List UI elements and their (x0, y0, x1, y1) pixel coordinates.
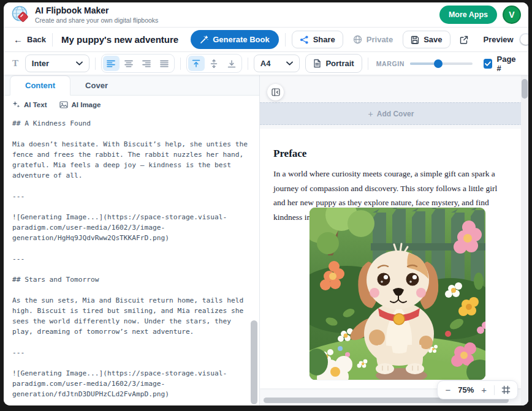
align-right-button[interactable] (139, 56, 155, 71)
align-left-icon (107, 60, 115, 67)
page-number-checkbox[interactable] (484, 59, 492, 69)
document-title: My puppy's new adventure (61, 34, 178, 45)
private-label: Private (367, 35, 393, 44)
main-area: Content Cover AI Text (4, 75, 528, 405)
ai-image-label: AI Image (72, 101, 101, 108)
document-icon (313, 59, 321, 68)
save-icon (411, 36, 419, 44)
margin-label: MARGIN (376, 60, 405, 67)
zoom-controls: − 75% + (437, 380, 518, 399)
valign-top-button[interactable] (188, 56, 205, 71)
typography-icon: T (11, 58, 20, 69)
divider (285, 33, 286, 47)
save-label: Save (424, 35, 442, 44)
tab-cover[interactable]: Cover (70, 76, 123, 95)
avatar[interactable]: V (503, 6, 521, 24)
ai-text-button[interactable]: AI Text (12, 100, 47, 108)
puppy-image (310, 208, 485, 380)
align-justify-button[interactable] (156, 56, 173, 71)
zoom-out-button[interactable]: − (444, 385, 451, 394)
format-toolbar: T Inter (4, 52, 528, 75)
page-number-label: Page # (497, 55, 519, 73)
valign-bottom-button[interactable] (224, 56, 240, 71)
generate-book-label: Generate Book (213, 35, 269, 44)
divider (52, 33, 53, 47)
slider-thumb[interactable] (434, 59, 443, 68)
add-cover-button[interactable]: + Add Cover (260, 102, 522, 125)
divider (95, 58, 96, 70)
fit-to-frame-button[interactable] (501, 385, 511, 394)
private-button[interactable]: Private (349, 31, 397, 48)
align-center-button[interactable] (121, 56, 137, 71)
tab-content[interactable]: Content (10, 75, 70, 96)
app-title: AI Flipbook Maker (35, 6, 158, 15)
back-arrow-icon: ← (13, 35, 23, 44)
align-right-icon (142, 60, 151, 67)
preview-label: Preview (484, 35, 514, 44)
app-logo-icon (11, 6, 29, 24)
page-size-value: A4 (260, 59, 271, 68)
margin-slider[interactable] (410, 59, 473, 68)
save-button[interactable]: Save (403, 31, 450, 48)
valign-bottom-icon (227, 59, 236, 68)
sparkles-icon (12, 100, 20, 108)
toggle-knob (520, 34, 528, 45)
zoom-level: 75% (458, 385, 474, 394)
preview-toggle[interactable] (519, 33, 528, 46)
editor-scrollbar[interactable] (251, 320, 257, 404)
preview-scrollbar[interactable] (522, 79, 528, 99)
text-align-group (101, 54, 175, 73)
divider (180, 58, 181, 70)
ai-tools-row: AI Text AI Image (4, 96, 259, 113)
share-icon (300, 36, 309, 44)
app-window: AI Flipbook Maker Create and share your … (4, 2, 528, 405)
collapse-panel-icon (272, 88, 280, 96)
page-size-select[interactable]: A4 (254, 55, 300, 72)
share-label: Share (313, 35, 335, 44)
frame-icon (501, 385, 511, 394)
back-button[interactable]: ← Back (13, 35, 46, 44)
app-subtitle: Create and share your own digital flipbo… (35, 17, 158, 24)
font-family-select[interactable]: Inter (25, 55, 89, 72)
chevron-down-icon (76, 61, 83, 66)
align-justify-icon (160, 60, 169, 67)
check-icon (485, 61, 491, 66)
zoom-in-button[interactable]: + (481, 385, 487, 394)
share-button[interactable]: Share (292, 31, 343, 48)
ai-text-label: AI Text (24, 101, 47, 108)
align-center-icon (124, 60, 133, 67)
image-icon (59, 101, 68, 108)
orientation-label: Portrait (325, 59, 354, 68)
open-external-button[interactable] (457, 32, 471, 47)
divider (494, 385, 495, 395)
back-label: Back (27, 35, 46, 44)
add-cover-label: Add Cover (377, 110, 414, 118)
ai-image-button[interactable]: AI Image (59, 101, 101, 108)
preview-group: Preview (484, 33, 528, 46)
valign-middle-button[interactable] (206, 56, 222, 71)
preview-scrollbar-track (521, 75, 528, 405)
editor-panel: Content Cover AI Text (4, 75, 260, 405)
preview-page: Preface In a world where curiosity meets… (260, 129, 522, 388)
generate-book-button[interactable]: Generate Book (191, 30, 278, 49)
page-number-group: Page # (484, 55, 519, 73)
chevron-down-icon (286, 61, 293, 66)
markdown-editor[interactable]: ## A Kindness Found Mia doesn’t hesitate… (4, 113, 259, 405)
more-apps-button[interactable]: More Apps (439, 6, 497, 24)
external-link-icon (459, 35, 469, 45)
orientation-button[interactable]: Portrait (305, 54, 362, 73)
collapse-panel-button[interactable] (267, 84, 284, 100)
header-right: More Apps V (439, 6, 521, 24)
align-left-button[interactable] (103, 56, 120, 71)
preview-panel: + Add Cover Preface In a world where cur… (260, 75, 528, 405)
font-family-value: Inter (32, 59, 49, 68)
magic-wand-icon (200, 36, 208, 44)
divider (248, 58, 248, 70)
valign-top-icon (192, 59, 200, 68)
globe-icon (353, 35, 362, 44)
app-header: AI Flipbook Maker Create and share your … (4, 2, 528, 28)
app-title-block: AI Flipbook Maker Create and share your … (35, 6, 158, 24)
document-toolbar: ← Back My puppy's new adventure Generate… (4, 28, 528, 52)
plus-icon: + (368, 110, 373, 118)
valign-middle-icon (210, 59, 218, 68)
